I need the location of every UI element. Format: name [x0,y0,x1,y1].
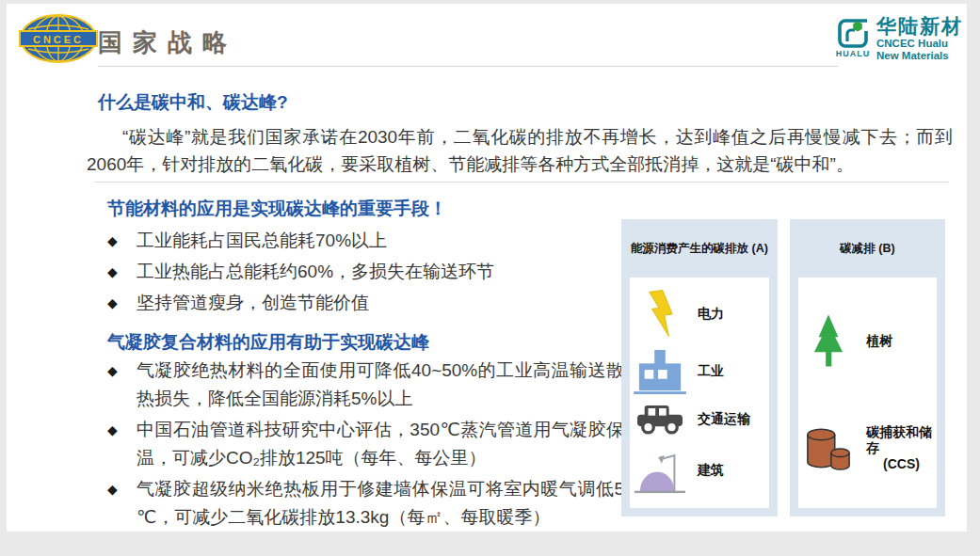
panel-item-label: 碳捕获和储存 (CCS) [866,424,937,472]
list-item: 植树 [798,313,937,368]
bullet-text: 坚持管道瘦身，创造节能价值 [137,293,369,312]
section1-heading: 节能材料的应用是实现碳达峰的重要手段！ [107,197,447,221]
panel-item-label: 建筑 [698,462,724,478]
ccs-label-line1: 碳捕获和储存 [866,424,937,456]
tree-icon [811,313,845,368]
cncec-globe-logo: CNCEC [19,13,98,64]
list-item: ◆ 气凝胶超级纳米绝热板用于修建墙体保温可将室内暖气调低5 ℃，可减少二氧化碳排… [107,475,624,532]
lightning-icon [644,290,676,339]
bullet-text: 气凝胶超级纳米绝热板用于修建墙体保温可将室内暖气调低5 ℃，可减少二氧化碳排放1… [137,479,624,527]
list-item: 工业 [630,348,769,395]
intro-heading: 什么是碳中和、碳达峰? [98,90,288,115]
panel-b-body: 植树 碳捕获和储存 (CCS) [798,278,937,508]
hualu-name-en-2: New Materials [876,50,963,62]
list-item: 碳捕获和储存 (CCS) [798,424,937,472]
list-item: ◆ 气凝胶绝热材料的全面使用可降低40~50%的工业高温输送散热损失，降低全国能… [107,357,624,413]
bullet-text: 气凝胶绝热材料的全面使用可降低40~50%的工业高温输送散热损失，降低全国能源消… [137,360,624,408]
cncec-logo-text: CNCEC [33,34,84,45]
section2-bullet-list: ◆ 气凝胶绝热材料的全面使用可降低40~50%的工业高温输送散热损失，降低全国能… [107,357,624,534]
intro-paragraph: “碳达峰”就是我们国家承诺在2030年前，二氧化碳的排放不再增长，达到峰值之后再… [87,123,953,178]
panel-b-title: 碳减排 (B) [790,219,945,278]
hualu-mark-label: HUALU [836,49,871,58]
list-item: ◆ 坚持管道瘦身，创造节能价值 [107,289,635,317]
bullet-text: 工业能耗占国民总能耗70%以上 [137,230,387,250]
factory-icon [634,348,686,395]
diamond-bullet-icon: ◆ [107,227,118,255]
intro-divider [94,182,949,183]
dome-building-icon [635,444,685,496]
car-icon [637,404,683,435]
panel-carbon-reduction: 碳减排 (B) 植树 [790,219,945,516]
bullet-text: 中国石油管道科技研究中心评估，350℃蒸汽管道用气凝胶保温，可减少CO₂排放12… [137,420,624,468]
panel-item-label: 电力 [698,306,724,322]
storage-cylinders-icon [805,425,852,471]
list-item: ◆ 工业热能占总能耗约60%，多损失在输送环节 [107,258,635,286]
ccs-label-line2: (CCS) [866,456,937,472]
section1-bullet-list: ◆ 工业能耗占国民总能耗70%以上 ◆ 工业热能占总能耗约60%，多损失在输送环… [107,227,635,320]
diamond-bullet-icon: ◆ [107,289,118,317]
slide-canvas: CNCEC 国家战略 HUALU 华陆新材 CNCEC Hualu New Ma… [7,4,967,532]
list-item: 电力 [630,290,769,339]
panel-item-label: 交通运输 [698,411,750,427]
list-item: ◆ 中国石油管道科技研究中心评估，350℃蒸汽管道用气凝胶保温，可减少CO₂排放… [107,416,624,472]
panel-item-label: 工业 [698,363,724,379]
hualu-name-en-1: CNCEC Hualu [876,38,963,50]
panel-item-label: 植树 [866,333,892,349]
panel-a-title: 能源消费产生的碳排放 (A) [621,219,778,278]
panel-a-body: 电力 工业 [630,278,769,508]
diamond-bullet-icon: ◆ [107,416,118,444]
screenshot-background: CNCEC 国家战略 HUALU 华陆新材 CNCEC Hualu New Ma… [0,0,980,556]
header-divider [98,66,838,67]
section2-heading: 气凝胶复合材料的应用有助于实现碳达峰 [107,330,429,355]
page-title: 国家战略 [98,26,237,59]
hualu-name-cn: 华陆新材 [876,15,963,38]
list-item: ◆ 工业能耗占国民总能耗70%以上 [107,227,635,255]
diamond-bullet-icon: ◆ [107,357,118,385]
hualu-logo: HUALU 华陆新材 CNCEC Hualu New Materials [835,15,963,62]
list-item: 建筑 [630,444,769,496]
panel-carbon-emissions: 能源消费产生的碳排放 (A) 电力 [621,219,778,516]
hualu-mark-icon [835,15,871,51]
diamond-bullet-icon: ◆ [107,475,118,503]
diamond-bullet-icon: ◆ [107,258,118,286]
bullet-text: 工业热能占总能耗约60%，多损失在输送环节 [137,262,494,281]
list-item: 交通运输 [630,404,769,435]
